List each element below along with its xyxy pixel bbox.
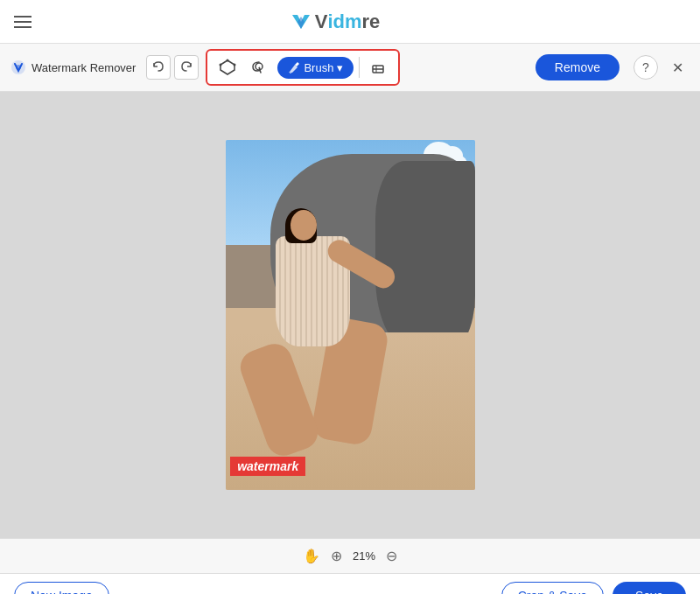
action-bar: New Image Crop & Save Save [0,573,700,594]
brush-tool-button[interactable]: Brush ▾ [277,57,354,79]
image-container: watermark [226,140,475,490]
svg-point-3 [16,65,21,70]
canvas-area: watermark [0,92,700,538]
svg-marker-4 [220,60,234,74]
polygon-tool-button[interactable] [214,54,241,80]
title-bar-left [14,16,32,28]
feature-label: Watermark Remover [10,59,136,75]
hand-tool-icon[interactable]: ✋ [303,548,320,564]
remove-button[interactable]: Remove [536,54,620,80]
toolbar-bar: Watermark Remover [0,44,700,92]
leg-left [235,339,322,461]
toolbar-divider [359,57,360,78]
help-button[interactable]: ? [634,55,658,80]
hamburger-menu[interactable] [14,16,32,28]
zoom-level: 21% [353,549,375,563]
undo-redo-group [146,55,199,80]
svg-point-6 [234,64,236,66]
zoom-in-icon[interactable]: ⊕ [331,548,342,564]
close-button[interactable]: ✕ [665,55,690,80]
svg-point-7 [220,64,222,66]
crop-save-button[interactable]: Crop & Save [501,582,604,595]
head [290,210,317,241]
save-button[interactable]: Save [612,582,686,595]
redo-button[interactable] [174,55,199,80]
undo-button[interactable] [146,55,171,80]
tool-group: Brush ▾ [206,49,400,86]
logo-text: Vidmre [315,10,381,33]
svg-point-5 [227,59,229,62]
lasso-tool-button[interactable] [246,54,272,80]
watermark-overlay: watermark [230,457,305,476]
person-figure [238,210,388,455]
rock-texture [375,161,475,353]
zoom-bar: ✋ ⊕ 21% ⊖ [0,538,700,573]
logo-icon [289,10,313,34]
watermark-icon [10,59,26,75]
logo: Vidmre [289,10,381,34]
zoom-out-icon[interactable]: ⊖ [386,548,397,564]
right-buttons: Crop & Save Save [501,582,686,595]
title-bar: Vidmre [0,0,700,44]
erase-tool-button[interactable] [365,54,391,80]
new-image-button[interactable]: New Image [14,582,109,595]
